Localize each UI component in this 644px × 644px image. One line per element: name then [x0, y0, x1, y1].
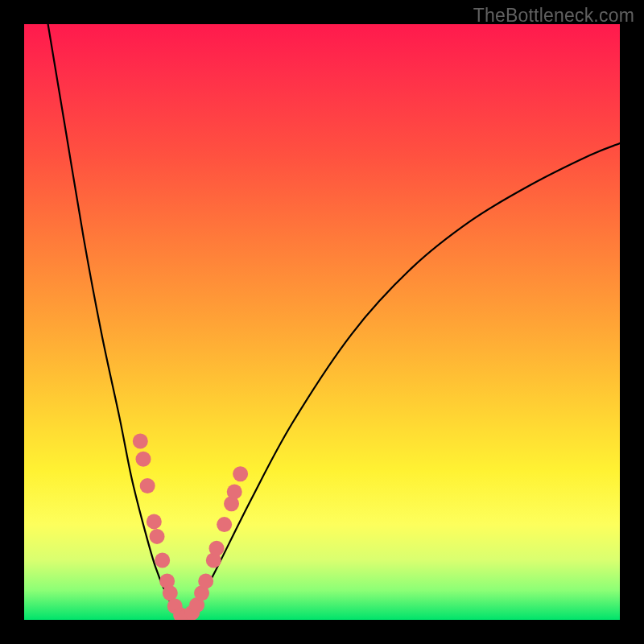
- scatter-dot: [233, 466, 248, 481]
- curve-right-branch: [191, 143, 620, 617]
- scatter-dot: [217, 517, 232, 532]
- scatter-dot: [198, 573, 213, 588]
- scatter-dot: [140, 478, 155, 493]
- chart-svg: [24, 24, 620, 620]
- scatter-dot: [136, 452, 151, 467]
- curve-left-branch: [48, 24, 180, 617]
- scatter-dot: [209, 541, 225, 556]
- scatter-dot: [147, 514, 162, 529]
- curve-group: [48, 24, 620, 617]
- scatter-group: [133, 434, 248, 621]
- outer-frame: TheBottleneck.com: [0, 0, 644, 644]
- scatter-dot: [163, 585, 178, 601]
- watermark-text: TheBottleneck.com: [473, 5, 634, 27]
- scatter-dot: [150, 529, 165, 544]
- scatter-dot: [227, 484, 242, 499]
- plot-area: [24, 24, 620, 620]
- scatter-dot: [133, 434, 148, 449]
- scatter-dot: [155, 553, 170, 568]
